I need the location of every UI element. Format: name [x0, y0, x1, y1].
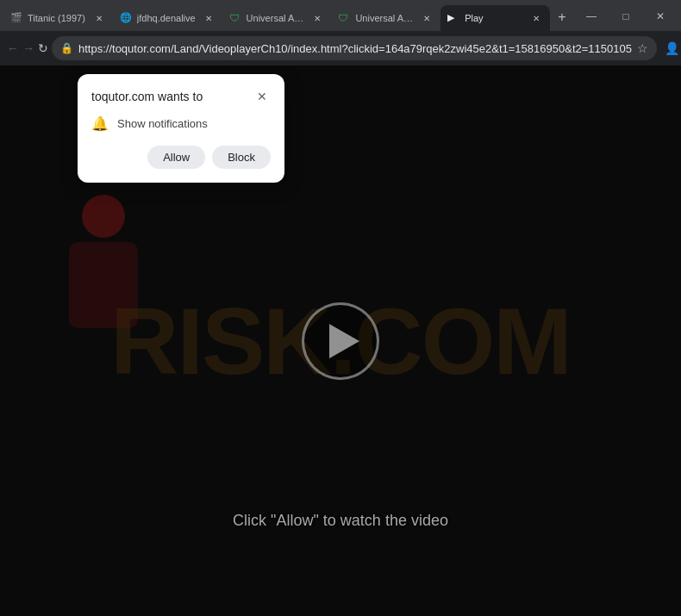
figure-body [69, 242, 138, 328]
bell-icon: 🔔 [91, 115, 109, 132]
tab-title-titanic: Titanic (1997) [28, 13, 87, 23]
tab-play[interactable]: ▶ Play ✕ [440, 5, 550, 31]
notification-label: Show notifications [117, 117, 208, 130]
address-bar-row: ← → ↻ 🔒 https://toqutor.com/Land/Videopl… [0, 31, 681, 65]
tab-close-play[interactable]: ✕ [529, 11, 543, 25]
video-background: risk.com Click "Allow" to watch the vide… [0, 65, 681, 616]
dialog-header: toqutor.com wants to ✕ [91, 88, 271, 105]
back-button[interactable]: ← [7, 36, 19, 60]
tab-universal1[interactable]: 🛡 Universal Ad B ✕ [222, 5, 332, 31]
profile-icon: 👤 [665, 41, 679, 55]
tab-title-universal2: Universal Ad E [355, 13, 415, 23]
notification-dialog: toqutor.com wants to ✕ 🔔 Show notificati… [78, 74, 284, 183]
tab-close-universal2[interactable]: ✕ [420, 11, 434, 25]
dialog-close-button[interactable]: ✕ [253, 88, 271, 105]
close-icon: ✕ [656, 10, 665, 22]
refresh-icon: ↻ [38, 41, 48, 55]
page-content: risk.com Click "Allow" to watch the vide… [0, 65, 681, 616]
tab-title-universal1: Universal Ad B [247, 13, 306, 23]
new-tab-button[interactable]: + [550, 5, 574, 29]
block-button[interactable]: Block [212, 146, 271, 169]
back-icon: ← [7, 41, 19, 55]
video-subtitle: Click "Allow" to watch the video [233, 512, 448, 530]
address-text: https://toqutor.com/Land/VideoplayerCh10… [78, 42, 632, 55]
close-button[interactable]: ✕ [643, 5, 678, 28]
tab-bar: 🎬 Titanic (1997) ✕ 🌐 jfdhq.denalivе ✕ 🛡 … [0, 0, 681, 31]
refresh-button[interactable]: ↻ [38, 36, 48, 60]
allow-button[interactable]: Allow [147, 146, 205, 169]
profile-button[interactable]: 👤 [660, 36, 681, 60]
figure-watermark [52, 195, 155, 333]
play-button[interactable] [302, 302, 379, 380]
lock-icon: 🔒 [60, 42, 73, 54]
new-tab-icon: + [558, 9, 565, 25]
minimize-icon: — [586, 10, 597, 22]
maximize-icon: □ [622, 10, 628, 22]
tab-favicon-play: ▶ [447, 12, 459, 24]
toolbar-icons: 👤 ⋮ [660, 36, 681, 60]
maximize-button[interactable]: □ [609, 5, 643, 28]
address-bar[interactable]: 🔒 https://toqutor.com/Land/VideoplayerCh… [52, 36, 657, 60]
dialog-buttons: Allow Block [91, 146, 271, 169]
tab-favicon-jfdhq: 🌐 [120, 12, 132, 24]
tab-close-universal1[interactable]: ✕ [310, 11, 324, 25]
window-controls: — □ ✕ [574, 5, 678, 28]
play-triangle-icon [329, 324, 359, 358]
tab-favicon-titanic: 🎬 [10, 12, 22, 24]
minimize-button[interactable]: — [574, 5, 609, 28]
tab-close-titanic[interactable]: ✕ [92, 11, 106, 25]
dialog-notification-row: 🔔 Show notifications [91, 115, 271, 132]
figure-head [82, 195, 125, 238]
tab-favicon-universal1: 🛡 [229, 12, 241, 24]
tab-titanic[interactable]: 🎬 Titanic (1997) ✕ [3, 5, 113, 31]
tab-close-jfdhq[interactable]: ✕ [202, 11, 216, 25]
tab-title-jfdhq: jfdhq.denalivе [137, 13, 197, 23]
dialog-close-icon: ✕ [257, 90, 267, 103]
forward-icon: → [22, 41, 34, 55]
browser-window: 🎬 Titanic (1997) ✕ 🌐 jfdhq.denalivе ✕ 🛡 … [0, 0, 681, 616]
tab-favicon-universal2: 🛡 [338, 12, 350, 24]
tab-jfdhq[interactable]: 🌐 jfdhq.denalivе ✕ [113, 5, 222, 31]
tab-universal2[interactable]: 🛡 Universal Ad E ✕ [331, 5, 440, 31]
tab-title-play: Play [465, 13, 524, 23]
dialog-title: toqutor.com wants to [91, 90, 203, 103]
bookmark-icon[interactable]: ☆ [637, 41, 648, 55]
forward-button[interactable]: → [22, 36, 34, 60]
